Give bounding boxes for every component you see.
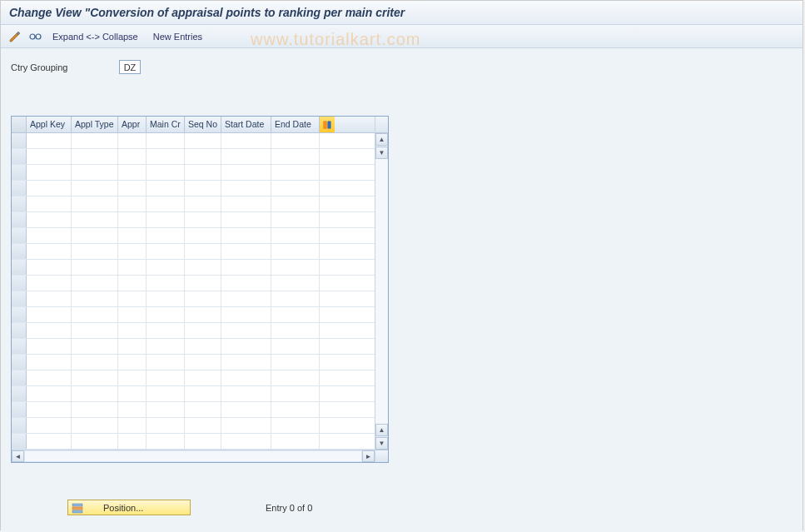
table-cell[interactable] xyxy=(221,196,271,211)
col-start-date[interactable]: Start Date xyxy=(221,117,271,132)
table-cell[interactable] xyxy=(271,307,320,322)
table-cell[interactable] xyxy=(27,228,72,243)
v-scroll-track[interactable] xyxy=(375,159,388,424)
table-cell[interactable] xyxy=(147,212,185,227)
table-cell[interactable] xyxy=(271,418,320,433)
table-cell[interactable] xyxy=(221,181,271,196)
select-all-header[interactable] xyxy=(12,117,27,132)
col-appl-key[interactable]: Appl Key xyxy=(27,117,72,132)
table-row[interactable] xyxy=(12,386,375,402)
table-cell[interactable] xyxy=(185,402,221,417)
table-row[interactable] xyxy=(12,149,375,165)
table-cell[interactable] xyxy=(320,355,335,370)
table-cell[interactable] xyxy=(185,260,221,275)
table-cell[interactable] xyxy=(185,244,221,259)
table-cell[interactable] xyxy=(185,133,221,148)
table-cell[interactable] xyxy=(147,386,185,401)
table-cell[interactable] xyxy=(320,228,335,243)
table-cell[interactable] xyxy=(185,165,221,180)
table-row[interactable] xyxy=(12,402,375,418)
table-cell[interactable] xyxy=(147,244,185,259)
table-config-button[interactable] xyxy=(320,117,335,132)
table-cell[interactable] xyxy=(185,355,221,370)
table-cell[interactable] xyxy=(147,165,185,180)
table-cell[interactable] xyxy=(118,196,147,211)
table-cell[interactable] xyxy=(320,323,335,338)
table-cell[interactable] xyxy=(221,165,271,180)
table-cell[interactable] xyxy=(221,339,271,354)
table-row[interactable] xyxy=(12,339,375,355)
table-cell[interactable] xyxy=(185,386,221,401)
expand-collapse-button[interactable]: Expand <-> Collapse xyxy=(47,30,143,43)
row-selector[interactable] xyxy=(12,307,27,322)
table-cell[interactable] xyxy=(147,149,185,164)
scroll-right-button[interactable]: ► xyxy=(362,450,375,462)
table-cell[interactable] xyxy=(185,307,221,322)
row-selector[interactable] xyxy=(12,323,27,338)
table-cell[interactable] xyxy=(221,260,271,275)
table-cell[interactable] xyxy=(72,165,118,180)
table-cell[interactable] xyxy=(320,181,335,196)
row-selector[interactable] xyxy=(12,212,27,227)
table-cell[interactable] xyxy=(118,307,147,322)
table-cell[interactable] xyxy=(118,165,147,180)
row-selector[interactable] xyxy=(12,133,27,148)
table-cell[interactable] xyxy=(185,323,221,338)
table-cell[interactable] xyxy=(72,212,118,227)
table-cell[interactable] xyxy=(27,434,72,449)
table-cell[interactable] xyxy=(185,291,221,306)
table-cell[interactable] xyxy=(147,276,185,291)
table-cell[interactable] xyxy=(118,386,147,401)
table-cell[interactable] xyxy=(271,244,320,259)
table-cell[interactable] xyxy=(118,244,147,259)
row-selector[interactable] xyxy=(12,339,27,354)
table-cell[interactable] xyxy=(27,386,72,401)
table-cell[interactable] xyxy=(185,212,221,227)
table-cell[interactable] xyxy=(221,323,271,338)
row-selector[interactable] xyxy=(12,181,27,196)
ctry-grouping-input[interactable] xyxy=(119,60,141,74)
table-cell[interactable] xyxy=(221,434,271,449)
table-cell[interactable] xyxy=(221,276,271,291)
table-cell[interactable] xyxy=(320,149,335,164)
col-main-cr[interactable]: Main Cr xyxy=(147,117,185,132)
page-up-button[interactable]: ▼ xyxy=(375,147,388,159)
table-cell[interactable] xyxy=(320,291,335,306)
table-cell[interactable] xyxy=(320,434,335,449)
table-cell[interactable] xyxy=(27,307,72,322)
table-cell[interactable] xyxy=(27,196,72,211)
table-row[interactable] xyxy=(12,133,375,149)
table-cell[interactable] xyxy=(147,402,185,417)
table-cell[interactable] xyxy=(118,212,147,227)
table-cell[interactable] xyxy=(221,386,271,401)
table-row[interactable] xyxy=(12,355,375,370)
table-cell[interactable] xyxy=(72,339,118,354)
table-cell[interactable] xyxy=(118,370,147,385)
table-cell[interactable] xyxy=(118,291,147,306)
table-cell[interactable] xyxy=(271,386,320,401)
table-cell[interactable] xyxy=(72,402,118,417)
row-selector[interactable] xyxy=(12,276,27,291)
table-cell[interactable] xyxy=(185,228,221,243)
table-cell[interactable] xyxy=(118,276,147,291)
table-cell[interactable] xyxy=(72,355,118,370)
table-cell[interactable] xyxy=(271,133,320,148)
table-cell[interactable] xyxy=(320,386,335,401)
table-cell[interactable] xyxy=(147,323,185,338)
table-cell[interactable] xyxy=(147,418,185,433)
row-selector[interactable] xyxy=(12,434,27,449)
table-cell[interactable] xyxy=(72,149,118,164)
h-scroll-track[interactable] xyxy=(24,450,362,462)
table-row[interactable] xyxy=(12,196,375,212)
table-cell[interactable] xyxy=(271,370,320,385)
table-row[interactable] xyxy=(12,370,375,386)
table-cell[interactable] xyxy=(320,418,335,433)
scroll-left-button[interactable]: ◄ xyxy=(12,450,24,462)
table-row[interactable] xyxy=(12,212,375,228)
table-cell[interactable] xyxy=(27,276,72,291)
table-cell[interactable] xyxy=(147,196,185,211)
table-cell[interactable] xyxy=(118,418,147,433)
table-cell[interactable] xyxy=(27,165,72,180)
table-cell[interactable] xyxy=(320,244,335,259)
table-row[interactable] xyxy=(12,418,375,434)
